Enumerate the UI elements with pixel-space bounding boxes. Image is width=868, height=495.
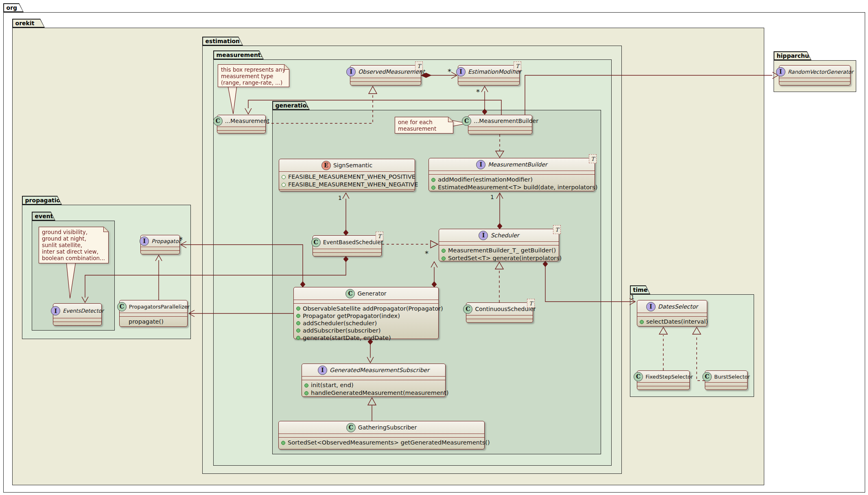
- empty-compartment: [429, 171, 595, 174]
- interface-icon: I: [456, 67, 466, 77]
- class-title: EventsDetector: [63, 308, 104, 314]
- edge-gatheringsubscriber-generatedmeasurementsubscriber-triangle: [368, 398, 376, 405]
- edge-xmeasurementbuilder-xmeasurement: [245, 100, 501, 115]
- note-measurement-type: this box represents any measurement type…: [218, 64, 289, 87]
- empty-compartment: [141, 250, 179, 254]
- note-event-examples: ground visibility, ground at night, sunl…: [39, 227, 109, 263]
- empty-compartment: [466, 315, 533, 319]
- class-box-propagatorsparallelizer: CPropagatorsParallelizer propagate(): [119, 300, 188, 327]
- note-line: measurement type: [221, 73, 286, 79]
- empty-compartment: [120, 313, 187, 316]
- empty-compartment: [458, 78, 519, 81]
- method: Propagator getPropagator(index): [296, 312, 435, 320]
- note-line: sunlit satellite,: [42, 242, 105, 248]
- edge-generator-propagatorsparallelizer: [189, 310, 293, 317]
- method: init(start, end): [304, 381, 442, 389]
- method: generate(startDate, endDate): [296, 334, 435, 342]
- class-title: EventBasedScheduler: [323, 239, 383, 245]
- empty-compartment: [637, 386, 689, 390]
- multiplicity-label: *: [476, 88, 480, 96]
- enum-constant-icon: [282, 175, 286, 179]
- class-icon: C: [117, 302, 127, 311]
- method-visibility-icon: [281, 441, 285, 445]
- edge-xmeasurementbuilder-randomvectorgenerator: [525, 72, 778, 115]
- empty-compartment: [53, 318, 101, 322]
- method-visibility-icon: [640, 320, 644, 324]
- empty-compartment: [217, 130, 265, 134]
- method: SortedSet<T> generate(interpolators): [442, 254, 556, 262]
- interface-icon: I: [346, 67, 356, 77]
- class-title: ...Measurement: [225, 118, 269, 124]
- edge-xmeasurement-observedmeasurement: [267, 94, 373, 123]
- class-box-measurementbuilder: T IMeasurementBuilder addModifier(estima…: [429, 158, 595, 191]
- method-visibility-icon: [296, 329, 300, 333]
- class-icon: C: [311, 238, 321, 247]
- method: addModifier(estimationModifier): [431, 176, 592, 184]
- class-title: Scheduler: [490, 232, 519, 239]
- method: addScheduler(scheduler): [296, 320, 435, 327]
- empty-compartment: [468, 127, 532, 130]
- method-visibility-icon: [442, 249, 446, 253]
- empty-compartment: [779, 78, 850, 81]
- edge-observedmeasurement-estimationmodifier: [421, 72, 457, 79]
- method-visibility-icon: [296, 307, 300, 311]
- note-line: inter sat direct view,: [42, 248, 105, 255]
- empty-compartment: [439, 241, 559, 245]
- class-title: RandomVectorGenerator: [788, 69, 853, 75]
- class-box-xmeasurement: C...Measurement: [217, 115, 266, 134]
- method-visibility-icon: [431, 178, 435, 182]
- class-box-estimationmodifier: T IEstimationModifier: [458, 65, 520, 85]
- note-line: (range, range-rate, ...): [221, 79, 286, 86]
- class-title: Propagator: [151, 238, 180, 244]
- empty-compartment: [302, 376, 445, 380]
- method: propagate(): [122, 318, 184, 326]
- empty-compartment: [779, 81, 850, 85]
- method: addSubscriber(subscriber): [296, 327, 435, 334]
- generic-type-tag: T: [527, 299, 535, 308]
- class-box-randomvectorgenerator: IRandomVectorGenerator: [779, 65, 851, 85]
- interface-icon: I: [476, 160, 485, 169]
- note-one-for-each: one for each measurement type: [395, 117, 453, 134]
- empty-compartment: [313, 249, 381, 252]
- method-visibility-icon: [304, 383, 308, 388]
- empty-compartment: [313, 252, 381, 256]
- class-box-xmeasurementbuilder: C...MeasurementBuilder: [468, 115, 532, 134]
- generic-type-tag: T: [415, 61, 423, 70]
- class-box-fixedstepselector: CFixedStepSelector: [637, 370, 690, 390]
- interface-icon: I: [51, 306, 60, 315]
- class-box-scheduler: T IScheduler MeasurementBuilder_T_ getBu…: [439, 229, 559, 261]
- class-title: GeneratedMeasurementSubscriber: [330, 367, 429, 373]
- edge-scheduler-measurementbuilder: [496, 193, 503, 229]
- class-box-eventsdetector: IEventsDetector: [53, 303, 102, 326]
- class-box-burstselector: CBurstSelector: [705, 370, 748, 390]
- class-title: BurstSelector: [714, 374, 750, 380]
- enum-constant: FEASIBLE_MEASUREMENT_WHEN_NEGATIVE: [282, 181, 412, 188]
- class-box-continuousscheduler: T CContinuousScheduler: [466, 302, 533, 323]
- multiplicity-label: *: [179, 235, 183, 244]
- edge-burstselector-datesselector-triangle2: [659, 327, 667, 334]
- note-event-examples-tail: [66, 262, 76, 298]
- method: handleGeneratedMeasurement(measurement): [304, 389, 442, 397]
- edge-continuousscheduler-scheduler-triangle: [495, 262, 503, 269]
- class-icon: C: [345, 289, 355, 298]
- class-box-observedmeasurement: T IObservedMeasurement: [350, 65, 421, 85]
- multiplicity-label: 1: [338, 195, 342, 201]
- edge-xmeasurementbuilder-measurementbuilder-triangle: [496, 151, 504, 158]
- edge-generator-scheduler: [431, 262, 437, 287]
- interface-icon: I: [479, 231, 488, 240]
- method-visibility-icon: [296, 314, 300, 318]
- note-fold-corner: [103, 227, 109, 232]
- multiplicity-label: *: [448, 67, 451, 76]
- interface-icon: I: [140, 237, 149, 246]
- class-title: MeasurementBuilder: [488, 161, 547, 168]
- interface-icon: I: [776, 67, 785, 77]
- edge-xmeasurement-observedmeasurement-triangle: [369, 86, 377, 94]
- multiplicity-label: 1: [490, 194, 494, 200]
- class-title: FixedStepSelector: [645, 374, 693, 380]
- method: selectDates(interval): [640, 318, 704, 326]
- generic-type-tag: T: [589, 154, 597, 163]
- class-box-datesselector: IDatesSelector selectDates(interval): [637, 300, 707, 326]
- note-line: ground at night,: [42, 235, 105, 242]
- empty-compartment: [466, 319, 533, 322]
- method-visibility-icon: [431, 186, 435, 190]
